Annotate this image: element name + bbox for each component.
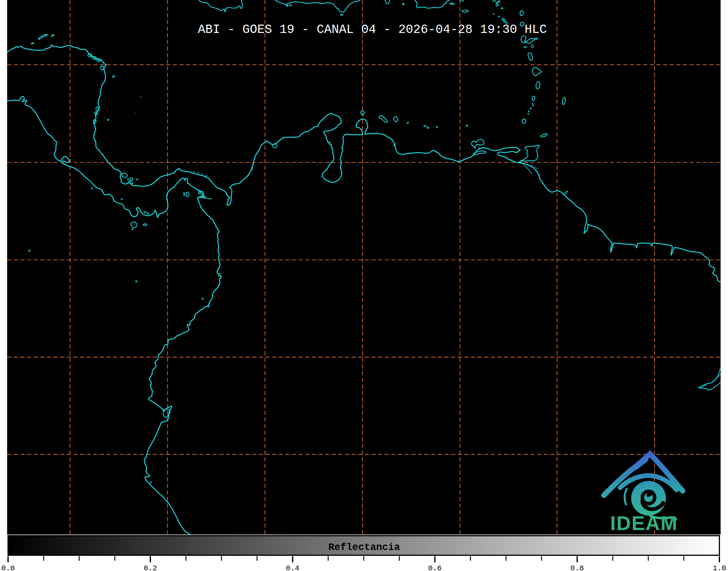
svg-text:0.0: 0.0 bbox=[1, 564, 15, 571]
svg-text:1.0: 1.0 bbox=[713, 564, 726, 571]
svg-text:0.4: 0.4 bbox=[286, 564, 299, 571]
svg-text:0.6: 0.6 bbox=[428, 564, 442, 571]
svg-text:ABI - GOES 19 - CANAL 04 - 202: ABI - GOES 19 - CANAL 04 - 2026-04-28 19… bbox=[198, 23, 547, 37]
svg-text:Reflectancia: Reflectancia bbox=[328, 542, 400, 553]
svg-text:0.2: 0.2 bbox=[144, 564, 157, 571]
svg-text:IDEAM: IDEAM bbox=[610, 512, 678, 534]
svg-text:0.8: 0.8 bbox=[571, 564, 584, 571]
